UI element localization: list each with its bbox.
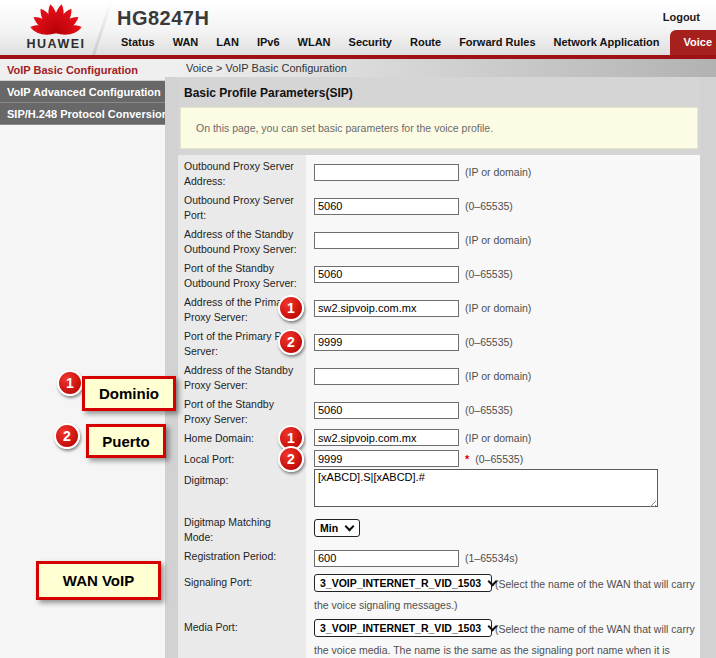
form-row: Outbound Proxy Server Address: (IP or do… — [178, 155, 700, 189]
callout-badge-1: 1 — [57, 370, 83, 396]
tab-ipv6[interactable]: IPv6 — [248, 31, 289, 55]
form-row: Port of the Standby Outbound Proxy Serve… — [178, 257, 700, 291]
standby-proxy-port-input[interactable] — [314, 402, 459, 419]
field-hint: (1–65534s) — [465, 552, 518, 564]
field-label: Digitmap Matching Mode: — [178, 511, 306, 545]
standby-outbound-proxy-address-input[interactable] — [314, 232, 459, 249]
device-model-title: HG8247H — [117, 7, 209, 30]
form-row: Outbound Proxy Server Port: (0–65535) — [178, 189, 700, 223]
field-hint: (0–65535) — [465, 336, 513, 348]
field-hint: (IP or domain) — [465, 302, 531, 314]
field-label: Outbound Proxy Server Port: — [178, 189, 306, 223]
outbound-proxy-address-input[interactable] — [314, 164, 459, 181]
media-port-select[interactable]: 3_VOIP_INTERNET_R_VID_1503 — [314, 619, 492, 637]
field-hint: (IP or domain) — [465, 234, 531, 246]
standby-proxy-address-input[interactable] — [314, 368, 459, 385]
digitmap-textarea[interactable]: [xABCD].S|[xABCD].# — [314, 469, 658, 507]
sidebar-item-voip-basic[interactable]: VoIP Basic Configuration — [0, 59, 165, 81]
field-hint: (IP or domain) — [465, 166, 531, 178]
form-row: Digitmap: [xABCD].S|[xABCD].# — [178, 469, 700, 511]
field-label: Registration Period: — [178, 545, 306, 571]
primary-proxy-port-input[interactable] — [314, 334, 459, 351]
digitmap-matching-mode-select[interactable]: Min — [314, 519, 360, 537]
field-label: Address of the Standby Proxy Server: — [178, 359, 306, 393]
local-port-input[interactable] — [314, 450, 459, 467]
huawei-logo: HUAWEI — [12, 3, 100, 51]
tab-forward-rules[interactable]: Forward Rules — [450, 31, 544, 55]
field-hint: (0–65535) — [475, 453, 523, 465]
field-label: Signaling Port: — [178, 571, 306, 616]
tab-status[interactable]: Status — [112, 31, 164, 55]
form-row: Address of the Standby Outbound Proxy Se… — [178, 223, 700, 257]
form-row: Local Port: 2 * (0–65535) — [178, 448, 700, 469]
tab-voice[interactable]: Voice — [670, 30, 716, 55]
chevron-down-icon — [345, 521, 355, 531]
logout-link[interactable]: Logout — [663, 11, 700, 23]
form-row: Digitmap Matching Mode: Min — [178, 511, 700, 545]
huawei-flower-icon — [28, 3, 84, 36]
required-asterisk: * — [465, 453, 469, 465]
registration-period-input[interactable] — [314, 550, 459, 567]
form-row: Port of the Standby Proxy Server: (0–655… — [178, 393, 700, 427]
select-value: 3_VOIP_INTERNET_R_VID_1503 — [320, 618, 481, 639]
sidebar-item-voip-advanced[interactable]: VoIP Advanced Configuration — [0, 81, 165, 103]
home-domain-input[interactable] — [314, 429, 459, 446]
field-hint: (IP or domain) — [465, 370, 531, 382]
callout-puerto: Puerto — [86, 424, 166, 458]
callout-badge-2: 2 — [54, 423, 80, 449]
primary-proxy-address-input[interactable] — [314, 300, 459, 317]
tab-network-application[interactable]: Network Application — [545, 31, 669, 55]
form-row: Port of the Primary Proxy Server: 2 (0–6… — [178, 325, 700, 359]
tab-security[interactable]: Security — [340, 31, 401, 55]
form-row: Home Domain: 1 (IP or domain) — [178, 427, 700, 448]
field-hint: (0–65535) — [465, 404, 513, 416]
field-label: Port of the Standby Proxy Server: — [178, 393, 306, 427]
tab-wlan[interactable]: WLAN — [289, 31, 340, 55]
field-label: Media Port: — [178, 616, 306, 658]
select-value: Min — [320, 522, 338, 534]
callout-wan-voip: WAN VoIP — [36, 561, 161, 600]
info-banner: On this page, you can set basic paramete… — [180, 107, 698, 149]
sidebar-item-sip-h248[interactable]: SIP/H.248 Protocol Conversion — [0, 103, 165, 125]
section-title: Basic Profile Parameters(SIP) — [184, 86, 700, 100]
field-hint: (0–65535) — [465, 268, 513, 280]
field-hint: (0–65535) — [465, 200, 513, 212]
signaling-port-select[interactable]: 3_VOIP_INTERNET_R_VID_1503 — [314, 574, 492, 592]
brand-text: HUAWEI — [12, 37, 100, 51]
annotation-badge-2: 2 — [278, 329, 304, 355]
main-content: Basic Profile Parameters(SIP) On this pa… — [178, 77, 700, 658]
breadcrumb: Voice > VoIP Basic Configuration — [165, 59, 716, 77]
annotation-badge-2: 2 — [278, 446, 304, 472]
annotation-badge-1: 1 — [278, 295, 304, 321]
tab-wan[interactable]: WAN — [164, 31, 208, 55]
outbound-proxy-port-input[interactable] — [314, 198, 459, 215]
standby-outbound-proxy-port-input[interactable] — [314, 266, 459, 283]
main-nav-tabs: Status WAN LAN IPv6 WLAN Security Route … — [112, 30, 716, 55]
header: HUAWEI HG8247H Logout Status WAN LAN IPv… — [0, 0, 716, 55]
form-row: Media Port: 3_VOIP_INTERNET_R_VID_1503 (… — [178, 616, 700, 658]
form-row: Address of the Primary Proxy Server: 1 (… — [178, 291, 700, 325]
form-row: Registration Period: (1–65534s) — [178, 545, 700, 571]
select-value: 3_VOIP_INTERNET_R_VID_1503 — [320, 573, 481, 594]
form-row: Address of the Standby Proxy Server: (IP… — [178, 359, 700, 393]
field-label: Digitmap: — [178, 469, 306, 511]
tab-route[interactable]: Route — [401, 31, 450, 55]
callout-dominio: Dominio — [82, 376, 176, 411]
field-hint: (IP or domain) — [465, 432, 531, 444]
field-label: Address of the Standby Outbound Proxy Se… — [178, 223, 306, 257]
voip-basic-form: Outbound Proxy Server Address: (IP or do… — [178, 155, 700, 658]
form-row: Signaling Port: 3_VOIP_INTERNET_R_VID_15… — [178, 571, 700, 616]
field-label: Outbound Proxy Server Address: — [178, 155, 306, 189]
tab-lan[interactable]: LAN — [207, 31, 248, 55]
field-label: Port of the Standby Outbound Proxy Serve… — [178, 257, 306, 291]
